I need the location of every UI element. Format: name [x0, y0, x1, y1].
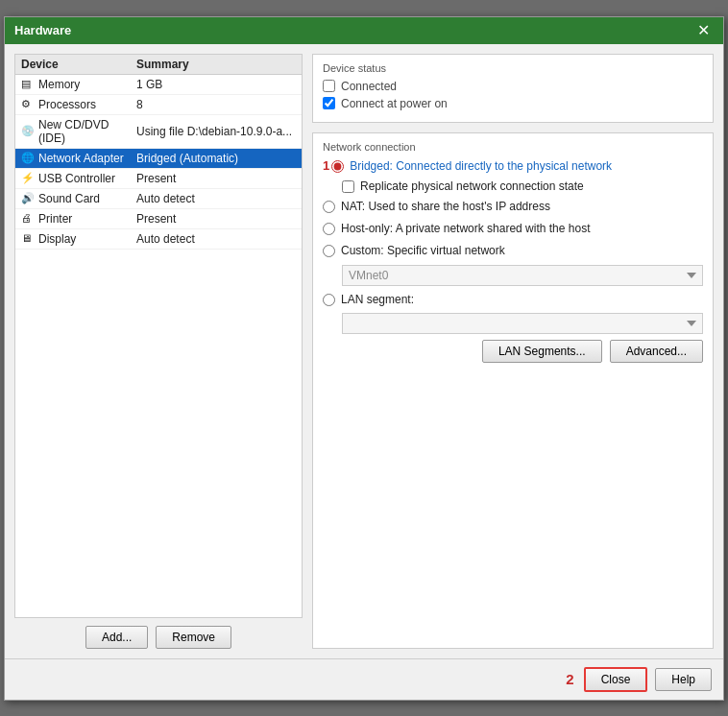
- table-row[interactable]: 🖥 Display Auto detect: [15, 229, 302, 250]
- connected-checkbox[interactable]: [323, 80, 335, 92]
- remove-button[interactable]: Remove: [156, 626, 231, 649]
- device-name: New CD/DVD (IDE): [38, 118, 136, 145]
- device-summary: Present: [136, 212, 296, 226]
- left-buttons: Add... Remove: [14, 626, 303, 649]
- replicate-checkbox[interactable]: [342, 180, 354, 193]
- usb-icon: ⚡: [21, 172, 35, 185]
- device-name: USB Controller: [38, 172, 115, 185]
- device-summary: Auto detect: [136, 192, 296, 205]
- host-only-option: Host-only: A private network shared with…: [323, 221, 703, 237]
- device-table: Device Summary ▤ Memory 1 GB ⚙ Processor…: [14, 54, 303, 618]
- bottom-bar: 2 Close Help: [5, 658, 723, 700]
- bridged-label-text: Bridged: Connected directly to the physi…: [350, 159, 612, 173]
- printer-icon: 🖨: [21, 212, 35, 226]
- close-button[interactable]: Close: [584, 667, 648, 692]
- step-1-number: 1: [323, 158, 329, 173]
- table-row[interactable]: 🔊 Sound Card Auto detect: [15, 189, 302, 209]
- nat-label: NAT: Used to share the host's IP address: [341, 199, 550, 215]
- close-icon[interactable]: ✕: [693, 23, 714, 38]
- step-2-number: 2: [566, 671, 573, 687]
- custom-option: Custom: Specific virtual network: [323, 243, 703, 259]
- network-icon: 🌐: [21, 152, 35, 165]
- replicate-label: Replicate physical network connection st…: [360, 179, 584, 193]
- display-icon: 🖥: [21, 232, 35, 246]
- title-bar: Hardware ✕: [5, 17, 723, 44]
- connected-row: Connected: [323, 80, 703, 93]
- device-summary: 8: [136, 98, 296, 111]
- host-only-radio[interactable]: [323, 223, 335, 235]
- device-summary: Auto detect: [136, 232, 296, 246]
- connected-label: Connected: [341, 80, 397, 93]
- device-name: Processors: [38, 98, 96, 111]
- add-button[interactable]: Add...: [85, 626, 148, 649]
- device-name: Sound Card: [38, 192, 100, 205]
- col-device-header: Device: [21, 58, 136, 71]
- custom-label: Custom: Specific virtual network: [341, 243, 505, 259]
- left-panel: Device Summary ▤ Memory 1 GB ⚙ Processor…: [14, 54, 303, 649]
- device-status-title: Device status: [323, 62, 703, 74]
- network-connection-title: Network connection: [323, 141, 703, 153]
- connect-power-checkbox[interactable]: [323, 97, 335, 109]
- bridged-label: Bridged: Connected directly to the physi…: [350, 158, 612, 175]
- right-panel: Device status Connected Connect at power…: [312, 54, 714, 649]
- bridged-radio[interactable]: [331, 160, 344, 173]
- dialog-body: Device Summary ▤ Memory 1 GB ⚙ Processor…: [5, 44, 723, 658]
- host-only-label: Host-only: A private network shared with…: [341, 221, 590, 237]
- action-buttons: LAN Segments... Advanced...: [323, 340, 703, 363]
- bridged-row: 1 Bridged: Connected directly to the phy…: [323, 158, 703, 175]
- advanced-button[interactable]: Advanced...: [610, 340, 703, 363]
- vmnet-dropdown-row: VMnet0 VMnet1 VMnet2: [342, 265, 703, 286]
- nat-option: NAT: Used to share the host's IP address: [323, 199, 703, 215]
- bridged-option: Bridged: Connected directly to the physi…: [331, 158, 612, 175]
- lan-radio[interactable]: [323, 294, 335, 306]
- cd-icon: 💿: [21, 125, 35, 138]
- table-row[interactable]: 🌐 Network Adapter Bridged (Automatic): [15, 149, 302, 169]
- custom-radio[interactable]: [323, 245, 335, 257]
- dialog-title: Hardware: [14, 23, 71, 37]
- replicate-option: Replicate physical network connection st…: [342, 179, 703, 193]
- device-summary: Bridged (Automatic): [136, 152, 296, 165]
- device-name: Display: [38, 232, 76, 246]
- table-row[interactable]: ▤ Memory 1 GB: [15, 75, 302, 95]
- device-summary: 1 GB: [136, 78, 296, 91]
- table-row[interactable]: 💿 New CD/DVD (IDE) Using file D:\debian-…: [15, 115, 302, 149]
- sound-icon: 🔊: [21, 192, 35, 205]
- help-button[interactable]: Help: [655, 668, 712, 691]
- table-row[interactable]: ⚙ Processors 8: [15, 95, 302, 115]
- connect-power-label: Connect at power on: [341, 97, 448, 110]
- lan-dropdown-row: [342, 313, 703, 334]
- nat-radio[interactable]: [323, 201, 335, 213]
- cpu-icon: ⚙: [21, 98, 35, 111]
- device-status-section: Device status Connected Connect at power…: [312, 54, 714, 123]
- lan-option: LAN segment:: [323, 292, 703, 308]
- device-rows-container: ▤ Memory 1 GB ⚙ Processors 8 💿 New CD/DV…: [15, 75, 302, 250]
- device-name: Network Adapter: [38, 152, 124, 165]
- device-summary: Using file D:\debian-10.9.0-a...: [136, 125, 296, 138]
- network-connection-section: Network connection 1 Bridged: Connected …: [312, 132, 714, 649]
- vmnet-dropdown[interactable]: VMnet0 VMnet1 VMnet2: [342, 265, 703, 286]
- table-header: Device Summary: [15, 55, 302, 75]
- device-summary: Present: [136, 172, 296, 185]
- device-name: Printer: [38, 212, 72, 226]
- device-name: Memory: [38, 78, 80, 91]
- table-row[interactable]: ⚡ USB Controller Present: [15, 169, 302, 189]
- lan-dropdown[interactable]: [342, 313, 703, 334]
- hardware-dialog: Hardware ✕ Device Summary ▤ Memory 1 GB …: [4, 16, 724, 701]
- memory-icon: ▤: [21, 78, 35, 91]
- lan-label: LAN segment:: [341, 292, 414, 308]
- connect-power-row: Connect at power on: [323, 97, 703, 110]
- table-row[interactable]: 🖨 Printer Present: [15, 209, 302, 229]
- col-summary-header: Summary: [136, 58, 296, 71]
- lan-segments-button[interactable]: LAN Segments...: [482, 340, 602, 363]
